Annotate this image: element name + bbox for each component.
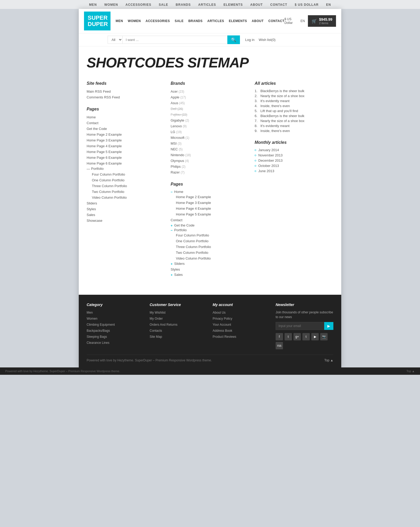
article-1-link[interactable]: BlackBerrys is the sheer bulk: [260, 89, 304, 93]
ghost-nav-articles[interactable]: ARTICLES: [198, 3, 216, 7]
footer-sleeping-link[interactable]: Sleeping Bags: [87, 335, 107, 339]
footer-climbing-link[interactable]: Climbing Equipment: [87, 323, 115, 326]
brand-acer-link[interactable]: Acer (23): [171, 89, 184, 93]
newsletter-email-input[interactable]: [276, 322, 324, 330]
newsletter-submit-button[interactable]: ▶: [324, 322, 333, 330]
ghost-nav-brands[interactable]: BRANDS: [176, 3, 191, 7]
tumblr-icon[interactable]: t: [302, 333, 310, 340]
ghost-nav-elements[interactable]: ELEMENTS: [224, 3, 243, 7]
brand-lenovo-link[interactable]: Lenovo (9): [171, 124, 187, 128]
article-9-link[interactable]: Inside, there's even: [260, 129, 290, 133]
four-col-portfolio-link[interactable]: Four Column Portfolio: [92, 172, 125, 176]
wishlist-link[interactable]: Wish list(0): [259, 38, 275, 42]
article-5-link[interactable]: Lift that up and you'll find: [260, 109, 298, 113]
comments-rss-link[interactable]: Comments RSS Feed: [87, 95, 120, 99]
ghost-nav-women[interactable]: WOMEN: [104, 3, 118, 7]
brand-philips-link[interactable]: Philips (2): [171, 165, 186, 168]
getcode-col2-link[interactable]: Get the Code: [174, 223, 195, 227]
nav-sale[interactable]: SALE: [175, 19, 183, 23]
page-home-link[interactable]: Home: [87, 115, 96, 119]
footer-women-link[interactable]: Women: [87, 317, 97, 320]
footer-clearance-link[interactable]: Clearance Lines: [87, 341, 109, 345]
footer-reviews-link[interactable]: Product Reviews: [213, 335, 236, 339]
ghost-nav-about[interactable]: ABOUT: [250, 3, 263, 7]
styles-col2-link[interactable]: Styles: [171, 267, 180, 271]
page-hp5-link[interactable]: Home Page 5 Example: [87, 150, 122, 154]
nav-articles[interactable]: ARTICLES: [207, 19, 224, 23]
month-nov2013-link[interactable]: November 2013: [258, 153, 283, 157]
top-button[interactable]: Top ▲: [324, 359, 333, 362]
brand-dell-link[interactable]: Dell (26): [171, 107, 183, 111]
brand-msi-link[interactable]: MSI (3): [171, 141, 181, 145]
footer-men-link[interactable]: Men: [87, 311, 93, 314]
footer-youraccount-link[interactable]: Your Account: [213, 323, 231, 326]
article-8-link[interactable]: It's evidently meant: [260, 124, 290, 128]
instagram-icon[interactable]: 📷: [320, 333, 328, 340]
article-3-link[interactable]: It's evidently meant: [260, 99, 290, 103]
home-link-col2[interactable]: Home: [174, 190, 183, 194]
nav-women[interactable]: WOMEN: [128, 19, 141, 23]
one-col-portfolio-link[interactable]: One Column Portfolio: [92, 178, 124, 182]
footer-order-link[interactable]: My Order: [150, 317, 163, 320]
page-getcode-link[interactable]: Get the Code: [87, 127, 107, 131]
three-col-portfolio-col2-link[interactable]: Three Column Portfolio: [176, 245, 211, 249]
footer-aboutus-link[interactable]: About Us: [213, 311, 225, 314]
main-rss-link[interactable]: Main RSS Feed: [87, 89, 111, 93]
sales-col2-link[interactable]: Sales: [174, 273, 183, 277]
month-oct2013-link[interactable]: October 2013: [258, 164, 279, 168]
hp5-col2-link[interactable]: Home Page 5 Example: [176, 212, 211, 216]
page-hp6b-link[interactable]: Home Page 6 Example: [87, 161, 122, 165]
currency-selector[interactable]: $ US Dollar: [285, 17, 297, 25]
facebook-icon[interactable]: f: [276, 333, 283, 340]
brand-asus-link[interactable]: Asus (45): [171, 101, 185, 105]
footer-privacy-link[interactable]: Privacy Policy: [213, 317, 232, 320]
video-col-portfolio-col2-link[interactable]: Video Column Portfolio: [176, 256, 211, 260]
contact-col2-link[interactable]: Contact: [171, 218, 182, 222]
brand-razer-link[interactable]: Razer (7): [171, 170, 185, 174]
sliders-link-col1[interactable]: Sliders: [87, 201, 97, 205]
ghost-nav-contact[interactable]: CONTACT: [270, 3, 287, 7]
portfolio-col2-link[interactable]: Portfolio: [174, 228, 187, 232]
one-col-portfolio-col2-link[interactable]: One Column Portfolio: [176, 239, 208, 243]
brand-gigabyte-link[interactable]: Gigabyte (2): [171, 118, 189, 122]
lang-selector[interactable]: EN: [301, 19, 305, 23]
month-jan2014-link[interactable]: January 2014: [258, 148, 279, 152]
page-hp4-link[interactable]: Home Page 4 Example: [87, 144, 122, 148]
sliders-col2-link[interactable]: Sliders: [174, 262, 185, 266]
article-6-link[interactable]: BlackBerrys is the sheer bulk: [260, 114, 304, 118]
logo[interactable]: SUPER DUPER: [84, 12, 111, 30]
brand-microsoft-link[interactable]: Microsoft (1): [171, 136, 189, 140]
video-col-portfolio-link[interactable]: Video Column Portfolio: [92, 196, 127, 199]
brand-fujitsu-link[interactable]: Fujitsu (22): [171, 113, 187, 117]
nav-accessories[interactable]: ACCESSORIES: [146, 19, 170, 23]
nav-elements[interactable]: ELEMENTS: [229, 19, 247, 23]
two-col-portfolio-link[interactable]: Two Column Portfolio: [92, 190, 124, 194]
brand-olympus-link[interactable]: Olympus (4): [171, 159, 189, 163]
footer-backpacks-link[interactable]: Backpacks/Bags: [87, 329, 110, 333]
rss-icon[interactable]: rss: [276, 342, 283, 349]
hp4-col2-link[interactable]: Home Page 4 Example: [176, 207, 211, 210]
cart-button[interactable]: 🛒 $945.99 2 items: [308, 15, 336, 27]
nav-about[interactable]: ABOUT: [252, 19, 264, 23]
page-hp2-link[interactable]: Home Page 2 Example: [87, 133, 122, 136]
youtube-icon[interactable]: ▶: [311, 333, 319, 340]
page-hp6a-link[interactable]: Home Page 6 Example: [87, 156, 122, 160]
brand-nec-link[interactable]: NEC (5): [171, 147, 183, 151]
search-category-select[interactable]: All: [108, 36, 122, 44]
hp3-col2-link[interactable]: Home Page 3 Example: [176, 201, 211, 205]
ghost-nav-currency[interactable]: $ US DOLLAR: [295, 3, 319, 7]
article-4-link[interactable]: Inside, there's even: [260, 104, 290, 108]
nav-contact[interactable]: CONTACT: [268, 19, 284, 23]
footer-addressbook-link[interactable]: Address Book: [213, 329, 232, 333]
styles-link-col1[interactable]: Styles: [87, 207, 96, 211]
ghost-nav-men[interactable]: MEN: [89, 3, 97, 7]
ghost-nav-sale[interactable]: SALE: [159, 3, 168, 7]
two-col-portfolio-col2-link[interactable]: Two Column Portfolio: [176, 251, 208, 255]
search-input[interactable]: [122, 36, 227, 44]
article-7-link[interactable]: Nearly the size of a shoe box: [260, 119, 304, 123]
ghost-nav-lang[interactable]: EN: [326, 3, 331, 7]
footer-returns-link[interactable]: Orders And Returns: [150, 323, 177, 326]
brand-apple-link[interactable]: Apple (17): [171, 95, 186, 99]
nav-brands[interactable]: BRANDS: [188, 19, 202, 23]
footer-contacts-link[interactable]: Contacts: [150, 329, 162, 333]
